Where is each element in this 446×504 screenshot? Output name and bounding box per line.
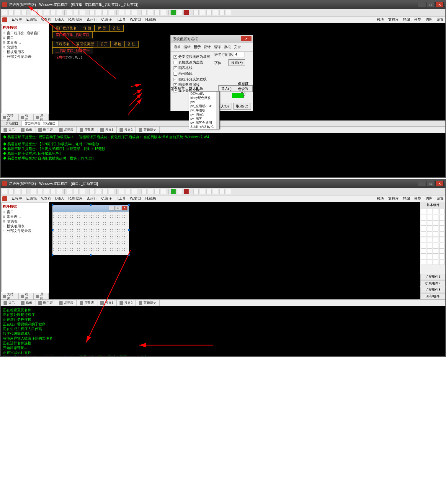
tool-icon[interactable]: [200, 189, 205, 194]
combo[interactable]: 支持库: [388, 17, 399, 22]
component-icon[interactable]: [427, 243, 432, 248]
color-scheme-select[interactable]: 默认配色: [189, 86, 215, 91]
log-tab[interactable]: 搜寻1: [97, 127, 117, 133]
tool-icon[interactable]: [193, 189, 199, 194]
component-icon[interactable]: [439, 209, 445, 214]
dialog-tab[interactable]: 编辑: [184, 45, 191, 50]
dialog-close-button[interactable]: ✕: [241, 36, 251, 41]
scrollbar[interactable]: [216, 92, 219, 129]
log-tab[interactable]: 输出: [18, 300, 35, 306]
component-icon[interactable]: [421, 215, 426, 220]
titlebar[interactable]: 易语言(加密壳版) - Windows窗口程序 - [程序集: 窗口程序集_启动…: [1, 1, 445, 9]
tool-icon[interactable]: [206, 10, 212, 15]
tool-icon[interactable]: [73, 189, 79, 194]
menu-item[interactable]: V.查看: [41, 196, 51, 201]
menu-item[interactable]: C.编译: [101, 17, 112, 22]
component-icon[interactable]: [433, 237, 438, 242]
tool-icon[interactable]: [102, 10, 108, 15]
component-icon[interactable]: [427, 220, 432, 226]
log-tab[interactable]: 剪辑历史: [136, 127, 160, 133]
tool-icon[interactable]: [125, 189, 130, 194]
tree-item[interactable]: 窗口: [3, 35, 47, 40]
tool-icon[interactable]: [161, 189, 166, 194]
component-icon[interactable]: [439, 260, 445, 265]
log-tab[interactable]: 监视表: [56, 127, 77, 133]
tree-item[interactable]: 外部文件记录表: [3, 229, 47, 233]
form-designer-area[interactable]: – □ ✕: [49, 202, 420, 299]
run-icon[interactable]: [171, 10, 176, 15]
dropdown-option[interactable]: pv1: [189, 100, 219, 104]
tool-icon[interactable]: [80, 10, 85, 15]
log-tab[interactable]: 输出: [18, 127, 35, 133]
menu-item[interactable]: E.程序: [12, 196, 22, 201]
combo[interactable]: 模块: [377, 196, 384, 201]
log-tab[interactable]: 调用表: [35, 127, 56, 133]
minimize-button[interactable]: –: [418, 181, 426, 186]
combo[interactable]: 静编: [403, 196, 410, 201]
dialog-tab[interactable]: 设计: [204, 45, 211, 50]
palette-category-button[interactable]: 外部组件: [420, 293, 445, 299]
tool-icon[interactable]: [2, 189, 7, 194]
close-button[interactable]: ✕: [435, 181, 444, 186]
menu-item[interactable]: B.运行: [87, 196, 97, 201]
form-min-button[interactable]: –: [109, 206, 115, 211]
checkbox[interactable]: ✓: [174, 66, 177, 70]
tool-icon[interactable]: [37, 189, 43, 194]
dropdown-option[interactable]: SublimeV2 by C: [189, 125, 219, 129]
cancel-button[interactable]: 取消(C): [233, 103, 251, 110]
dropdown-option[interactable]: pv_半透明: [189, 108, 219, 112]
menu-item[interactable]: I.插入: [55, 196, 64, 201]
component-icon[interactable]: [433, 254, 438, 259]
tool-icon[interactable]: [15, 189, 20, 194]
combo[interactable]: 便签: [414, 196, 421, 201]
dropdown-option[interactable]: pv_黑客: [189, 116, 219, 120]
dialog-tab[interactable]: 存根: [224, 45, 231, 50]
tool-icon[interactable]: [119, 10, 124, 15]
component-icon[interactable]: [421, 231, 426, 237]
tool-icon[interactable]: [44, 10, 49, 15]
log-tab[interactable]: 变量表: [77, 300, 97, 306]
tool-icon[interactable]: [132, 10, 137, 15]
tool-icon[interactable]: [57, 189, 62, 194]
stop-icon[interactable]: [184, 10, 189, 15]
menu-item[interactable]: I.插入: [55, 17, 64, 22]
menu-item[interactable]: E.编辑: [26, 17, 37, 22]
log-tab[interactable]: 剪辑历史: [136, 300, 160, 306]
editor-tab[interactable]: 窗口程序集_启动窗口: [22, 121, 59, 126]
tool-icon[interactable]: [67, 189, 72, 194]
tree-item[interactable]: 窗口: [3, 210, 47, 214]
checkbox[interactable]: ✓: [174, 55, 177, 59]
component-icon[interactable]: [427, 215, 432, 220]
tool-icon[interactable]: [8, 10, 14, 15]
component-icon[interactable]: [439, 220, 445, 226]
log-tab[interactable]: 变量表: [77, 127, 97, 133]
component-icon[interactable]: [433, 226, 438, 231]
palette-category-button[interactable]: 扩展组件2: [420, 280, 445, 286]
component-icon[interactable]: [439, 254, 445, 259]
tree-item[interactable]: 常量表…: [3, 40, 47, 45]
tool-icon[interactable]: [57, 10, 62, 15]
tool-icon[interactable]: [21, 10, 27, 15]
tool-icon[interactable]: [125, 10, 130, 15]
tool-icon[interactable]: [213, 10, 218, 15]
tool-icon[interactable]: [8, 189, 14, 194]
tool-icon[interactable]: [67, 10, 72, 15]
menu-item[interactable]: B.运行: [87, 17, 97, 22]
component-icon[interactable]: [421, 237, 426, 242]
component-icon[interactable]: [421, 254, 426, 259]
component-icon[interactable]: [421, 248, 426, 254]
component-icon[interactable]: [427, 248, 432, 254]
dropdown-option[interactable]: pv_黑客全透明: [189, 120, 219, 125]
menu-item[interactable]: T.工具: [116, 17, 126, 22]
menu-item[interactable]: R.数据库: [68, 196, 83, 201]
tool-icon[interactable]: [141, 189, 147, 194]
tool-icon[interactable]: [73, 10, 79, 15]
dialog-titlebar[interactable]: 系统配置对话框 ✕: [171, 35, 253, 43]
tool-icon[interactable]: [154, 189, 160, 194]
combo[interactable]: 调库: [425, 17, 432, 22]
grid-value[interactable]: __启动窗口_创建完毕: [52, 48, 93, 54]
tool-icon[interactable]: [96, 189, 101, 194]
editor-tab[interactable]: _启动窗口: [1, 121, 22, 126]
dialog-tab[interactable]: 安全: [234, 45, 241, 50]
menu-item[interactable]: V.查看: [41, 17, 51, 22]
